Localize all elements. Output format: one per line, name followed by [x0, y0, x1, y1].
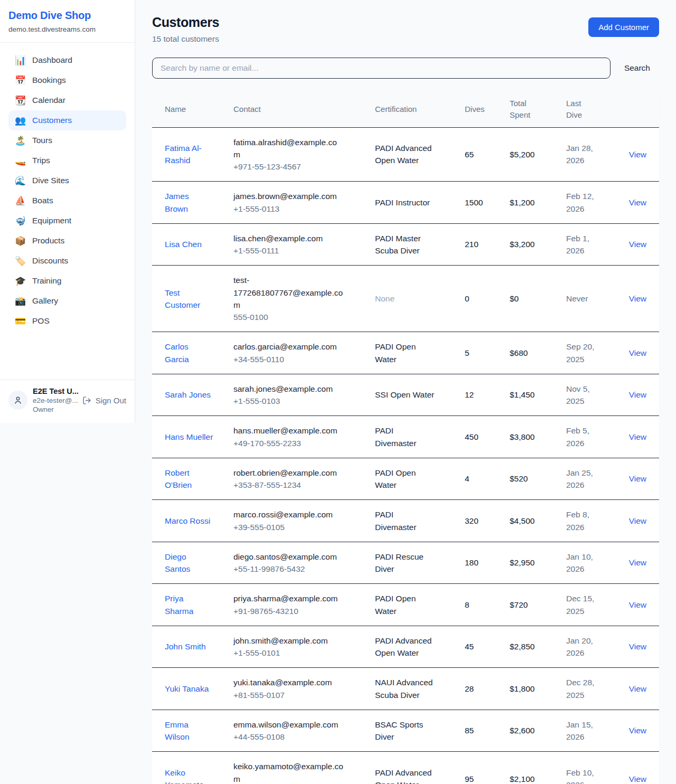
sidebar-item-tours[interactable]: 🏝️Tours — [8, 130, 126, 150]
customer-name-link[interactable]: Sarah Jones — [165, 389, 211, 401]
customer-name-link[interactable]: Hans Mueller — [165, 431, 213, 443]
total-spent-cell: $520 — [505, 458, 562, 500]
customer-name-link[interactable]: Marco Rossi — [165, 515, 210, 527]
action-cell: View — [618, 668, 659, 710]
table-row: Keiko Yamamotokeiko.yamamoto@example.com… — [152, 752, 659, 784]
total-spent-cell: $2,850 — [505, 626, 562, 668]
bar-chart-icon: 📊 — [15, 56, 25, 65]
dives-cell: 5 — [461, 332, 505, 374]
last-dive-cell: Feb 8, 2026 — [562, 500, 618, 542]
sidebar-item-trips[interactable]: 🚤Trips — [8, 150, 126, 171]
page-header: Customers 15 total customers Add Custome… — [152, 15, 659, 44]
camera-icon: 📸 — [15, 297, 25, 306]
customer-name-cell: John Smith — [152, 626, 229, 668]
customer-name-link[interactable]: Test Customer — [165, 287, 213, 311]
certification-cell: PADI Master Scuba Diver — [371, 223, 461, 266]
customer-name-cell: Lisa Chen — [152, 223, 229, 266]
user-icon — [13, 395, 23, 405]
customer-email: fatima.alrashid@example.com — [233, 136, 343, 161]
user-name: E2E Test U... — [33, 387, 77, 395]
total-spent-cell: $0 — [505, 266, 562, 332]
customer-name-cell: Test Customer — [152, 266, 229, 332]
avatar — [8, 391, 27, 410]
sidebar-item-products[interactable]: 📦Products — [8, 231, 126, 251]
view-link[interactable]: View — [629, 600, 646, 609]
customer-email: keiko.yamamoto@example.com — [233, 760, 343, 784]
sidebar-item-dashboard[interactable]: 📊Dashboard — [8, 50, 126, 70]
shop-domain: demo.test.divestreams.com — [8, 25, 126, 33]
wave-icon: 🌊 — [15, 176, 25, 185]
view-link[interactable]: View — [629, 774, 646, 783]
view-link[interactable]: View — [629, 294, 646, 303]
sidebar-item-label: Tours — [32, 136, 52, 145]
dives-cell: 8 — [461, 584, 505, 626]
customer-email: lisa.chen@example.com — [233, 232, 343, 244]
customer-name-link[interactable]: John Smith — [165, 640, 206, 653]
user-role: Owner — [33, 405, 77, 413]
customer-contact-cell: emma.wilson@example.com+44-555-0108 — [229, 710, 371, 752]
view-link[interactable]: View — [629, 432, 646, 441]
add-customer-button[interactable]: Add Customer — [588, 17, 659, 37]
action-cell: View — [618, 584, 659, 626]
view-link[interactable]: View — [629, 642, 646, 651]
sidebar-item-label: Trips — [32, 156, 50, 165]
last-dive-cell: Dec 15, 2025 — [562, 584, 618, 626]
total-spent-cell: $720 — [505, 584, 562, 626]
sign-out-button[interactable]: Sign Out — [82, 396, 126, 405]
sidebar-item-boats[interactable]: ⛵Boats — [8, 191, 126, 211]
customer-contact-cell: keiko.yamamoto@example.com+81-90-1234-56… — [229, 752, 371, 784]
tear-off-calendar-icon: 📆 — [15, 96, 25, 105]
sidebar-item-gallery[interactable]: 📸Gallery — [8, 291, 126, 311]
sidebar-item-discounts[interactable]: 🏷️Discounts — [8, 251, 126, 271]
customer-name-link[interactable]: Emma Wilson — [165, 719, 213, 743]
total-spent-cell: $2,600 — [505, 710, 562, 752]
speedboat-icon: 🚤 — [15, 156, 25, 165]
search-button[interactable]: Search — [624, 63, 650, 73]
customer-name-link[interactable]: Robert O'Brien — [165, 467, 213, 492]
sidebar-item-equipment[interactable]: 🤿Equipment — [8, 211, 126, 231]
sidebar-item-training[interactable]: 🎓Training — [8, 271, 126, 291]
customer-name-link[interactable]: Lisa Chen — [165, 238, 202, 250]
customer-phone: +1-555-0101 — [233, 647, 367, 659]
sidebar-item-pos[interactable]: 💳POS — [8, 311, 126, 331]
customer-name-link[interactable]: Diego Santos — [165, 551, 213, 575]
sidebar-item-bookings[interactable]: 📅Bookings — [8, 70, 126, 90]
last-dive-cell: Jan 28, 2026 — [562, 127, 618, 182]
customer-phone: +34-555-0110 — [233, 353, 367, 365]
search-input[interactable] — [152, 58, 611, 79]
people-icon: 👥 — [15, 116, 25, 125]
customer-contact-cell: marco.rossi@example.com+39-555-0105 — [229, 500, 371, 542]
view-link[interactable]: View — [629, 390, 646, 399]
view-link[interactable]: View — [629, 516, 646, 525]
certification-cell: PADI Open Water — [371, 584, 461, 626]
sidebar-item-label: Customers — [32, 116, 72, 125]
sidebar-item-customers[interactable]: 👥Customers — [8, 110, 126, 130]
customer-name-link[interactable]: James Brown — [165, 190, 213, 215]
page-subtitle: 15 total customers — [152, 34, 219, 44]
certification-cell: PADI Rescue Diver — [371, 542, 461, 584]
customer-name-link[interactable]: Priya Sharma — [165, 592, 213, 617]
customer-name-link[interactable]: Fatima Al-Rashid — [165, 142, 213, 167]
table-header-row: NameContactCertificationDivesTotal Spent… — [152, 91, 659, 127]
sidebar-item-label: Training — [32, 276, 61, 286]
sidebar-item-dive-sites[interactable]: 🌊Dive Sites — [8, 171, 126, 191]
customer-email: priya.sharma@example.com — [233, 592, 343, 604]
dives-cell: 85 — [461, 710, 505, 752]
view-link[interactable]: View — [629, 348, 646, 357]
view-link[interactable]: View — [629, 150, 646, 159]
certification-cell: PADI Instructor — [371, 182, 461, 224]
customer-name-link[interactable]: Keiko Yamamoto — [165, 767, 213, 784]
customer-name-link[interactable]: Yuki Tanaka — [165, 683, 209, 695]
user-email: e2e-tester@... — [33, 396, 77, 404]
view-link[interactable]: View — [629, 726, 646, 735]
view-link[interactable]: View — [629, 474, 646, 483]
view-link[interactable]: View — [629, 198, 646, 207]
view-link[interactable]: View — [629, 558, 646, 567]
certification-cell: PADI Open Water — [371, 458, 461, 500]
sidebar-item-calendar[interactable]: 📆Calendar — [8, 90, 126, 110]
last-dive-cell: Jan 10, 2026 — [562, 542, 618, 584]
customer-name-link[interactable]: Carlos Garcia — [165, 341, 213, 365]
view-link[interactable]: View — [629, 240, 646, 249]
customer-name-cell: Marco Rossi — [152, 500, 229, 542]
view-link[interactable]: View — [629, 684, 646, 693]
